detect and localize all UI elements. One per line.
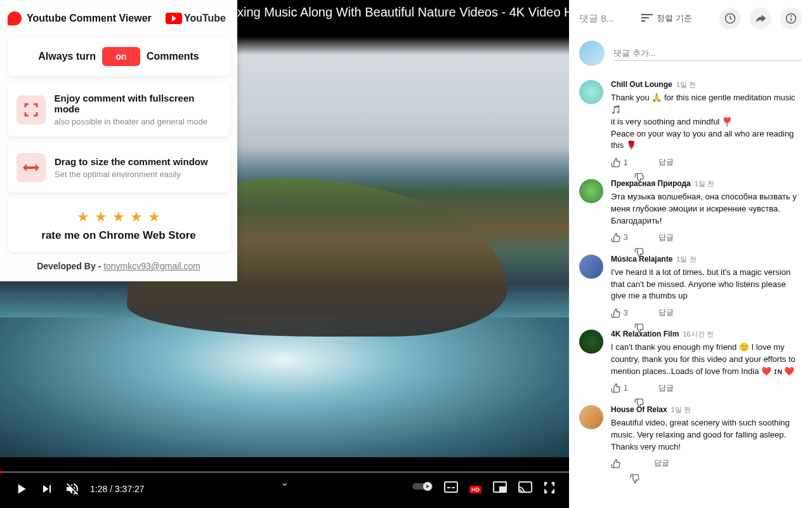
extension-header: Youtube Comment Viewer YouTube: [5, 8, 232, 30]
player-controls: ⌄ 1:28 / 3:37:27 HD: [0, 457, 569, 508]
avatar[interactable]: [579, 80, 603, 104]
comment-item: House Of Relax 1일 전 Beautiful video, gre…: [579, 405, 802, 469]
reply-button[interactable]: 답글: [658, 157, 674, 168]
star-icon: ★: [95, 209, 107, 225]
comment-text: Эта музыка волшебная, она способна вызва…: [611, 191, 802, 227]
dislike-button[interactable]: [634, 157, 645, 168]
toggle-card: Always turn on Comments: [8, 37, 230, 76]
avatar: [579, 41, 605, 66]
comment-author[interactable]: Прекрасная Природа: [611, 179, 691, 188]
info-icon[interactable]: [780, 8, 802, 29]
share-icon[interactable]: [750, 8, 771, 29]
svg-rect-2: [445, 482, 457, 492]
add-comment-row: [579, 41, 802, 66]
comment-author[interactable]: Chill Out Lounge: [611, 80, 672, 89]
fullscreen-exit-button[interactable]: [544, 481, 556, 497]
comment-time: 1일 전: [671, 405, 691, 415]
comment-text: Thank you 🙏 for this nice gentle meditat…: [611, 92, 802, 152]
extension-panel: Youtube Comment Viewer YouTube Always tu…: [0, 0, 237, 281]
quality-badge[interactable]: HD: [469, 481, 481, 497]
like-button[interactable]: 1: [611, 383, 628, 393]
rate-card[interactable]: ★ ★ ★ ★ ★ rate me on Chrome Web Store: [8, 199, 230, 252]
svg-rect-10: [641, 20, 645, 22]
avatar[interactable]: [579, 179, 603, 203]
toggle-pre: Always turn: [38, 51, 96, 62]
comment-text: Beautiful video, great scenery with such…: [611, 417, 802, 453]
like-count: 3: [624, 233, 628, 242]
toggle-post: Comments: [147, 51, 199, 62]
comment-item: Música Relajante 1일 전 I've heard it a lo…: [579, 255, 802, 319]
comments-header: 댓글 8... 정렬 기준: [579, 8, 802, 29]
avatar[interactable]: [579, 255, 603, 279]
like-button[interactable]: 3: [611, 308, 628, 318]
reply-button[interactable]: 답글: [658, 307, 674, 318]
reply-button[interactable]: 답글: [654, 458, 669, 469]
youtube-play-icon: [166, 13, 182, 24]
feature1-sub: also possible in theater and general mod…: [55, 117, 221, 126]
comment-item: Chill Out Lounge 1일 전 Thank you 🙏 for th…: [579, 80, 802, 168]
extension-logo-icon: [8, 11, 22, 25]
dev-email-link[interactable]: tonymkcv93@gmail.com: [103, 261, 200, 271]
avatar[interactable]: [579, 405, 603, 429]
like-count: 1: [624, 384, 628, 392]
comment-item: Прекрасная Природа 1일 전 Эта музыка волше…: [579, 179, 802, 243]
feature1-title: Enjoy comment with fullscreen mode: [55, 93, 221, 114]
comment-text: I've heard it a lot of times, but it's a…: [611, 267, 802, 303]
comments-panel: 댓글 8... 정렬 기준 Chill Out Lounge 1일 전: [569, 0, 812, 508]
feature-drag-card: Drag to size the comment window Set the …: [8, 143, 230, 192]
dislike-button[interactable]: [630, 458, 640, 469]
svg-point-14: [791, 16, 792, 17]
star-icon: ★: [112, 209, 125, 225]
drag-icon: [16, 153, 46, 182]
like-button[interactable]: [611, 458, 624, 469]
scene-decor: [0, 318, 569, 457]
cast-button[interactable]: [518, 481, 532, 497]
feature-fullscreen-card: Enjoy comment with fullscreen mode also …: [8, 83, 230, 137]
feature2-sub: Set the optimal environment easily: [55, 170, 208, 179]
toggle-switch[interactable]: on: [102, 47, 140, 66]
progress-bar[interactable]: [0, 471, 569, 473]
sort-label: 정렬 기준: [657, 13, 692, 24]
star-icon: ★: [130, 209, 143, 225]
svg-rect-9: [641, 17, 649, 18]
add-comment-input[interactable]: [613, 46, 802, 61]
sort-button[interactable]: 정렬 기준: [641, 13, 692, 24]
rate-text: rate me on Chrome Web Store: [16, 229, 221, 242]
youtube-brand-text: YouTube: [184, 13, 226, 24]
comment-time: 1일 전: [676, 80, 696, 90]
youtube-brand[interactable]: YouTube: [166, 13, 226, 24]
comments-count: 댓글 8...: [579, 13, 614, 25]
svg-rect-6: [500, 487, 506, 491]
svg-rect-8: [641, 14, 653, 15]
toggle-state: on: [115, 51, 126, 62]
play-button[interactable]: [13, 481, 29, 497]
progress-fill: [0, 471, 3, 473]
comment-item: 4K Relaxation Film 16시간 전 I can't thank …: [579, 330, 802, 394]
reply-button[interactable]: 답글: [658, 383, 674, 394]
star-icon: ★: [148, 209, 160, 225]
comment-time: 1일 전: [676, 255, 696, 264]
duration: 3:37:27: [115, 484, 145, 494]
mute-button[interactable]: [65, 481, 80, 497]
autoplay-toggle[interactable]: [412, 481, 433, 497]
like-button[interactable]: 1: [611, 157, 628, 168]
dislike-button[interactable]: [634, 232, 645, 243]
fullscreen-icon: [16, 95, 46, 124]
star-icon: ★: [77, 209, 89, 225]
watch-later-icon[interactable]: [719, 8, 741, 29]
miniplayer-button[interactable]: [493, 481, 507, 497]
comment-author[interactable]: 4K Relaxation Film: [611, 330, 679, 338]
dev-label: Developed By -: [37, 261, 103, 271]
feature2-title: Drag to size the comment window: [55, 156, 208, 167]
dislike-button[interactable]: [634, 308, 645, 318]
like-button[interactable]: 3: [611, 232, 628, 243]
time-display: 1:28 / 3:37:27: [90, 484, 145, 494]
next-button[interactable]: [39, 481, 55, 497]
avatar[interactable]: [579, 330, 603, 354]
comment-time: 16시간 전: [683, 330, 713, 339]
reply-button[interactable]: 답글: [658, 232, 674, 243]
subtitles-button[interactable]: [444, 481, 458, 497]
chevron-down-icon[interactable]: ⌄: [280, 476, 289, 488]
dislike-button[interactable]: [634, 383, 645, 393]
comment-text: I can't thank you enough my friend 🙂 I l…: [611, 342, 802, 378]
